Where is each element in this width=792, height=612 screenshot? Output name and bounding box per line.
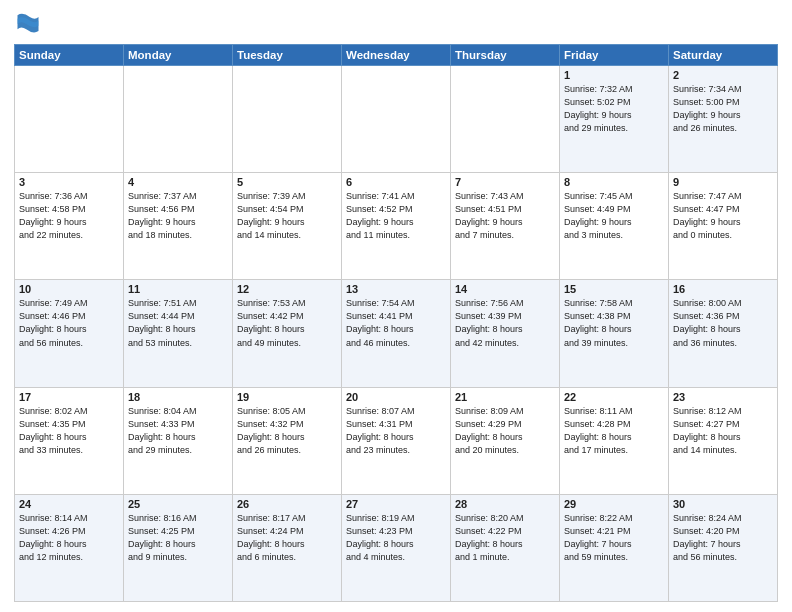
week-row-2: 3Sunrise: 7:36 AMSunset: 4:58 PMDaylight… [15,173,778,280]
day-number: 5 [237,176,337,188]
day-info: Sunrise: 7:36 AMSunset: 4:58 PMDaylight:… [19,190,119,242]
weekday-sunday: Sunday [15,45,124,66]
weekday-saturday: Saturday [669,45,778,66]
cell-2-4: 14Sunrise: 7:56 AMSunset: 4:39 PMDayligh… [451,280,560,387]
day-info: Sunrise: 8:02 AMSunset: 4:35 PMDaylight:… [19,405,119,457]
cell-0-6: 2Sunrise: 7:34 AMSunset: 5:00 PMDaylight… [669,66,778,173]
weekday-thursday: Thursday [451,45,560,66]
day-info: Sunrise: 8:11 AMSunset: 4:28 PMDaylight:… [564,405,664,457]
logo [14,10,46,38]
cell-1-4: 7Sunrise: 7:43 AMSunset: 4:51 PMDaylight… [451,173,560,280]
week-row-3: 10Sunrise: 7:49 AMSunset: 4:46 PMDayligh… [15,280,778,387]
cell-3-0: 17Sunrise: 8:02 AMSunset: 4:35 PMDayligh… [15,387,124,494]
day-number: 7 [455,176,555,188]
cell-4-5: 29Sunrise: 8:22 AMSunset: 4:21 PMDayligh… [560,494,669,601]
day-info: Sunrise: 7:39 AMSunset: 4:54 PMDaylight:… [237,190,337,242]
cell-3-3: 20Sunrise: 8:07 AMSunset: 4:31 PMDayligh… [342,387,451,494]
day-info: Sunrise: 8:04 AMSunset: 4:33 PMDaylight:… [128,405,228,457]
cell-3-2: 19Sunrise: 8:05 AMSunset: 4:32 PMDayligh… [233,387,342,494]
day-number: 21 [455,391,555,403]
cell-4-6: 30Sunrise: 8:24 AMSunset: 4:20 PMDayligh… [669,494,778,601]
day-info: Sunrise: 8:14 AMSunset: 4:26 PMDaylight:… [19,512,119,564]
day-number: 14 [455,283,555,295]
calendar-table: SundayMondayTuesdayWednesdayThursdayFrid… [14,44,778,602]
day-info: Sunrise: 7:43 AMSunset: 4:51 PMDaylight:… [455,190,555,242]
day-info: Sunrise: 8:07 AMSunset: 4:31 PMDaylight:… [346,405,446,457]
day-number: 16 [673,283,773,295]
day-info: Sunrise: 8:20 AMSunset: 4:22 PMDaylight:… [455,512,555,564]
week-row-5: 24Sunrise: 8:14 AMSunset: 4:26 PMDayligh… [15,494,778,601]
cell-3-4: 21Sunrise: 8:09 AMSunset: 4:29 PMDayligh… [451,387,560,494]
day-number: 12 [237,283,337,295]
day-number: 28 [455,498,555,510]
day-info: Sunrise: 7:53 AMSunset: 4:42 PMDaylight:… [237,297,337,349]
cell-2-0: 10Sunrise: 7:49 AMSunset: 4:46 PMDayligh… [15,280,124,387]
cell-2-2: 12Sunrise: 7:53 AMSunset: 4:42 PMDayligh… [233,280,342,387]
day-number: 6 [346,176,446,188]
day-number: 29 [564,498,664,510]
day-number: 8 [564,176,664,188]
day-number: 9 [673,176,773,188]
day-number: 10 [19,283,119,295]
day-info: Sunrise: 7:47 AMSunset: 4:47 PMDaylight:… [673,190,773,242]
day-info: Sunrise: 8:00 AMSunset: 4:36 PMDaylight:… [673,297,773,349]
page: SundayMondayTuesdayWednesdayThursdayFrid… [0,0,792,612]
day-info: Sunrise: 7:56 AMSunset: 4:39 PMDaylight:… [455,297,555,349]
day-number: 26 [237,498,337,510]
day-info: Sunrise: 7:45 AMSunset: 4:49 PMDaylight:… [564,190,664,242]
cell-1-5: 8Sunrise: 7:45 AMSunset: 4:49 PMDaylight… [560,173,669,280]
day-number: 4 [128,176,228,188]
day-info: Sunrise: 8:05 AMSunset: 4:32 PMDaylight:… [237,405,337,457]
cell-4-0: 24Sunrise: 8:14 AMSunset: 4:26 PMDayligh… [15,494,124,601]
day-number: 30 [673,498,773,510]
day-info: Sunrise: 7:49 AMSunset: 4:46 PMDaylight:… [19,297,119,349]
day-info: Sunrise: 8:19 AMSunset: 4:23 PMDaylight:… [346,512,446,564]
cell-0-4 [451,66,560,173]
day-number: 24 [19,498,119,510]
week-row-1: 1Sunrise: 7:32 AMSunset: 5:02 PMDaylight… [15,66,778,173]
day-info: Sunrise: 8:17 AMSunset: 4:24 PMDaylight:… [237,512,337,564]
weekday-tuesday: Tuesday [233,45,342,66]
cell-4-2: 26Sunrise: 8:17 AMSunset: 4:24 PMDayligh… [233,494,342,601]
cell-0-3 [342,66,451,173]
day-number: 19 [237,391,337,403]
day-info: Sunrise: 7:54 AMSunset: 4:41 PMDaylight:… [346,297,446,349]
cell-0-2 [233,66,342,173]
cell-3-6: 23Sunrise: 8:12 AMSunset: 4:27 PMDayligh… [669,387,778,494]
day-number: 11 [128,283,228,295]
day-number: 13 [346,283,446,295]
day-info: Sunrise: 8:09 AMSunset: 4:29 PMDaylight:… [455,405,555,457]
weekday-header-row: SundayMondayTuesdayWednesdayThursdayFrid… [15,45,778,66]
cell-2-1: 11Sunrise: 7:51 AMSunset: 4:44 PMDayligh… [124,280,233,387]
logo-icon [14,10,42,38]
day-number: 23 [673,391,773,403]
day-info: Sunrise: 8:12 AMSunset: 4:27 PMDaylight:… [673,405,773,457]
cell-1-6: 9Sunrise: 7:47 AMSunset: 4:47 PMDaylight… [669,173,778,280]
cell-2-3: 13Sunrise: 7:54 AMSunset: 4:41 PMDayligh… [342,280,451,387]
weekday-monday: Monday [124,45,233,66]
day-info: Sunrise: 7:51 AMSunset: 4:44 PMDaylight:… [128,297,228,349]
cell-1-1: 4Sunrise: 7:37 AMSunset: 4:56 PMDaylight… [124,173,233,280]
day-number: 2 [673,69,773,81]
cell-4-3: 27Sunrise: 8:19 AMSunset: 4:23 PMDayligh… [342,494,451,601]
day-number: 25 [128,498,228,510]
day-number: 27 [346,498,446,510]
header [14,10,778,38]
cell-2-6: 16Sunrise: 8:00 AMSunset: 4:36 PMDayligh… [669,280,778,387]
cell-1-3: 6Sunrise: 7:41 AMSunset: 4:52 PMDaylight… [342,173,451,280]
weekday-friday: Friday [560,45,669,66]
day-number: 20 [346,391,446,403]
day-info: Sunrise: 7:41 AMSunset: 4:52 PMDaylight:… [346,190,446,242]
day-number: 22 [564,391,664,403]
cell-0-0 [15,66,124,173]
cell-3-5: 22Sunrise: 8:11 AMSunset: 4:28 PMDayligh… [560,387,669,494]
day-number: 3 [19,176,119,188]
day-info: Sunrise: 7:58 AMSunset: 4:38 PMDaylight:… [564,297,664,349]
cell-4-1: 25Sunrise: 8:16 AMSunset: 4:25 PMDayligh… [124,494,233,601]
cell-1-0: 3Sunrise: 7:36 AMSunset: 4:58 PMDaylight… [15,173,124,280]
day-info: Sunrise: 8:24 AMSunset: 4:20 PMDaylight:… [673,512,773,564]
day-info: Sunrise: 7:34 AMSunset: 5:00 PMDaylight:… [673,83,773,135]
day-number: 1 [564,69,664,81]
cell-0-1 [124,66,233,173]
day-number: 17 [19,391,119,403]
